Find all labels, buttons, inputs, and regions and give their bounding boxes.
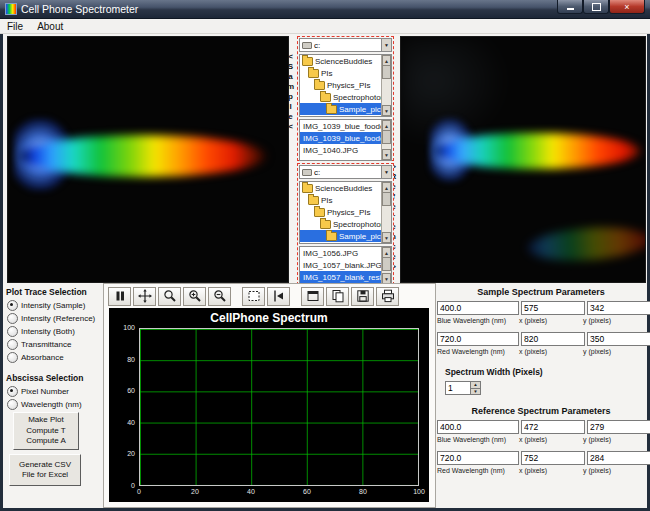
folder-item[interactable]: Physics_PIs bbox=[300, 206, 391, 218]
sample-blue-y-input[interactable] bbox=[587, 301, 650, 315]
file-item[interactable]: IMG_1056.JPG bbox=[300, 247, 391, 259]
reference-blue-y-input[interactable] bbox=[587, 420, 650, 434]
scroll-thumb[interactable] bbox=[382, 192, 391, 206]
scroll-down-icon[interactable] bbox=[382, 149, 391, 160]
zoom-in-button[interactable] bbox=[183, 287, 206, 306]
titlebar[interactable]: Cell Phone Spectrometer × bbox=[0, 0, 650, 19]
x-tick-label: 0 bbox=[131, 488, 147, 495]
scroll-thumb[interactable] bbox=[382, 130, 391, 144]
param-label-row: Blue Wavelength (nm) x (pixels) y (pixel… bbox=[437, 317, 645, 324]
radio-intensity-both[interactable]: Intensity (Both) bbox=[5, 325, 102, 338]
print-button[interactable] bbox=[376, 287, 399, 306]
radio-wavelength[interactable]: Wavelength (nm) bbox=[5, 398, 102, 411]
radio-icon bbox=[7, 313, 18, 324]
folder-item[interactable]: PIs bbox=[300, 194, 391, 206]
folder-item-selected[interactable]: Sample_picts bbox=[300, 230, 391, 242]
pan-button[interactable] bbox=[133, 287, 156, 306]
generate-csv-button[interactable]: Generate CSV File for Excel bbox=[9, 454, 81, 486]
x-pixels-label: x (pixels) bbox=[519, 317, 581, 324]
radio-intensity-sample[interactable]: Intensity (Sample) bbox=[5, 299, 102, 312]
file-item[interactable]: IMG_1041_yellow_foodc bbox=[300, 156, 391, 161]
param-label-row: Red Wavelength (nm) x (pixels) y (pixels… bbox=[437, 348, 645, 355]
folder-label: Spectrophoton bbox=[333, 93, 385, 102]
radio-intensity-reference[interactable]: Intensity (Reference) bbox=[5, 312, 102, 325]
decrement-icon[interactable] bbox=[471, 389, 480, 395]
scrollbar[interactable] bbox=[381, 55, 391, 116]
radio-icon bbox=[7, 399, 18, 410]
wavelength-label: Blue Wavelength (nm) bbox=[437, 317, 517, 324]
menu-about[interactable]: About bbox=[30, 19, 70, 33]
folder-item[interactable]: Spectrophoton bbox=[300, 91, 391, 103]
scroll-down-icon[interactable] bbox=[382, 105, 391, 116]
sample-red-x-input[interactable] bbox=[521, 332, 585, 346]
radio-transmittance[interactable]: Transmittance bbox=[5, 338, 102, 351]
window-title: Cell Phone Spectrometer bbox=[21, 3, 138, 15]
make-plot-button[interactable]: Make Plot Compute T Compute A bbox=[13, 412, 79, 450]
scroll-down-icon[interactable] bbox=[382, 232, 391, 243]
copy-button[interactable] bbox=[326, 287, 349, 306]
reference-blue-wavelength-input[interactable] bbox=[437, 420, 519, 434]
properties-button[interactable] bbox=[301, 287, 324, 306]
zoom-button[interactable] bbox=[158, 287, 181, 306]
file-item[interactable]: IMG_1040.JPG bbox=[300, 144, 391, 156]
param-row bbox=[437, 301, 650, 315]
file-item[interactable]: IMG_1039_blue_foodcolo bbox=[300, 120, 391, 132]
x-tick-label: 100 bbox=[411, 488, 427, 495]
reference-spectrum-image[interactable] bbox=[400, 36, 646, 283]
folder-item[interactable]: ScienceBuddies bbox=[300, 182, 391, 194]
close-button[interactable]: × bbox=[609, 0, 645, 14]
file-item-selected[interactable]: IMG_1057_blank_resized bbox=[300, 271, 391, 283]
folder-item[interactable]: PIs bbox=[300, 67, 391, 79]
sample-blue-wavelength-input[interactable] bbox=[437, 301, 519, 315]
spectrum-width-input[interactable] bbox=[445, 381, 471, 395]
reference-red-y-input[interactable] bbox=[587, 451, 650, 465]
minimize-icon bbox=[567, 8, 574, 10]
folder-item[interactable]: ScienceBuddies bbox=[300, 55, 391, 67]
save-button[interactable] bbox=[351, 287, 374, 306]
folder-item[interactable]: Physics_PIs bbox=[300, 79, 391, 91]
fit-axes-button[interactable] bbox=[267, 287, 290, 306]
param-label-row: Blue Wavelength (nm) x (pixels) y (pixel… bbox=[437, 436, 645, 443]
reference-folder-list: ScienceBuddies PIs Physics_PIs Spectroph… bbox=[299, 181, 392, 244]
folder-item-selected[interactable]: Sample_picts bbox=[300, 103, 391, 115]
sample-file-browser: c: ScienceBuddies PIs Physics_PIs Spectr… bbox=[297, 36, 394, 161]
wavelength-label: Red Wavelength (nm) bbox=[437, 348, 517, 355]
reference-drive-selector[interactable]: c: bbox=[299, 165, 392, 179]
scrollbar[interactable] bbox=[381, 247, 391, 284]
sample-red-y-input[interactable] bbox=[587, 332, 650, 346]
zoom-out-button[interactable] bbox=[208, 287, 231, 306]
chart-plot-area[interactable] bbox=[139, 328, 419, 486]
radio-absorbance[interactable]: Absorbance bbox=[5, 351, 102, 364]
pause-button[interactable] bbox=[108, 287, 131, 306]
y-tick-label: 20 bbox=[109, 450, 135, 457]
zoom-box-button[interactable] bbox=[242, 287, 265, 306]
trace-selection-header: Plot Trace Selection bbox=[6, 287, 102, 297]
file-item-selected[interactable]: IMG_1039_blue_foodcolo bbox=[300, 132, 391, 144]
scroll-thumb[interactable] bbox=[382, 65, 391, 79]
sample-drive-label: c: bbox=[314, 41, 320, 50]
y-pixels-label: y (pixels) bbox=[583, 436, 645, 443]
scroll-thumb[interactable] bbox=[382, 257, 391, 271]
reference-red-x-input[interactable] bbox=[521, 451, 585, 465]
x-pixels-label: x (pixels) bbox=[519, 436, 581, 443]
x-pixels-label: x (pixels) bbox=[519, 348, 581, 355]
radio-pixel-number[interactable]: Pixel Number bbox=[5, 385, 102, 398]
reference-red-wavelength-input[interactable] bbox=[437, 451, 519, 465]
sample-blue-x-input[interactable] bbox=[521, 301, 585, 315]
menu-file[interactable]: File bbox=[0, 19, 30, 33]
folder-item[interactable]: Spectrophoton bbox=[300, 218, 391, 230]
sample-spectrum-image[interactable] bbox=[7, 36, 289, 283]
sample-drive-selector[interactable]: c: bbox=[299, 38, 392, 52]
scrollbar[interactable] bbox=[381, 182, 391, 243]
folder-icon bbox=[302, 57, 313, 66]
folder-label: Physics_PIs bbox=[327, 208, 371, 217]
minimize-button[interactable] bbox=[557, 0, 583, 14]
maximize-button[interactable] bbox=[583, 0, 609, 14]
chevron-down-icon[interactable] bbox=[381, 166, 391, 178]
folder-icon bbox=[320, 220, 331, 229]
file-item[interactable]: IMG_1057_blank.JPG bbox=[300, 259, 391, 271]
reference-blue-x-input[interactable] bbox=[521, 420, 585, 434]
scrollbar[interactable] bbox=[381, 120, 391, 160]
chevron-down-icon[interactable] bbox=[381, 39, 391, 51]
sample-red-wavelength-input[interactable] bbox=[437, 332, 519, 346]
